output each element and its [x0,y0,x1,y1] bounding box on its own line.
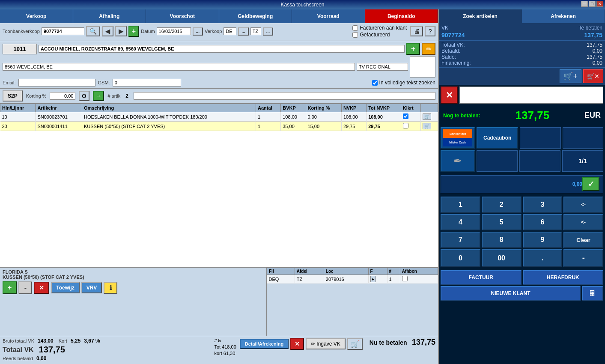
korting-input[interactable] [50,92,75,100]
help-button[interactable]: ? [425,26,435,36]
num-00[interactable]: 00 [482,249,522,267]
num-1[interactable]: 1 [441,197,480,213]
product-search-input[interactable] [134,92,435,100]
factuur-button[interactable]: FACTUUR [441,270,522,285]
num-dot[interactable]: . [523,249,563,267]
cart-add-button[interactable]: 🛒+ [560,69,581,83]
volledige-tekst-checkbox[interactable] [372,80,378,86]
verkoop-picker[interactable]: ... [238,27,248,36]
edit-customer-button[interactable]: ✏ [422,43,435,55]
korting-label: Korting % [26,93,47,98]
num-9[interactable]: 9 [523,232,563,248]
date-picker-button[interactable]: ... [193,27,203,36]
cart-delete-button[interactable]: 🛒✕ [583,69,603,83]
window-controls[interactable]: ─ □ ✕ [581,1,603,7]
gear-confirm-button[interactable]: → [93,91,104,101]
invoice-number-input[interactable] [42,27,84,35]
add-invoice-button[interactable]: + [128,26,139,37]
num-7[interactable]: 7 [441,232,480,248]
tab-zoek-artikelen[interactable]: Zoek artikelen [439,9,522,23]
info-button[interactable]: ℹ [104,282,117,294]
print-button[interactable]: 🖨 [410,26,423,36]
loc-col-loc: Loc [324,268,368,275]
totaal-vk-value: 137,75 [39,345,65,355]
cell-korting: 15,00 [306,122,341,131]
totaal-vk-detail-value: 137,75 [587,42,602,48]
factureren-checkbox[interactable] [352,25,358,31]
delete-item-button[interactable]: ✕ [34,282,49,294]
email-input[interactable] [18,79,95,87]
tab-afrekenen[interactable]: Afrekenen [522,9,605,23]
search-button[interactable]: 🔍 [86,26,100,36]
herafdruk-button[interactable]: HERAFDRUK [523,270,604,285]
cancel-x-button[interactable]: ✕ [290,338,304,350]
numpad-confirm-button[interactable]: ✓ [582,177,599,191]
num-3[interactable]: 3 [523,197,563,213]
table-row[interactable]: 10 SN000023701 HOESLAKEN BELLA DONNA 100… [0,112,438,122]
calculator-button[interactable]: 🖩 [582,286,603,301]
tab-geldbeweging[interactable]: Geldbeweging [219,9,292,23]
num-6[interactable]: 6 [523,214,563,230]
tz-picker[interactable]: ... [263,27,273,36]
add-customer-button[interactable]: + [406,43,420,55]
backspace-button-2[interactable]: <- [563,214,603,230]
close-button[interactable]: ✕ [596,1,603,7]
city-input[interactable] [3,63,355,71]
num-5[interactable]: 5 [482,214,522,230]
row-cart-button[interactable]: 🛒 [423,113,431,120]
location-row[interactable]: DEQ TZ 2079016 ▸ 1 [267,275,438,283]
cadeaubon-button[interactable]: Cadeaubon [477,127,518,149]
table-row[interactable]: 20 SN000001411 KUSSEN (50*50) (STOF CAT … [0,122,438,131]
prev-button[interactable]: ◀ [102,26,113,36]
gear-button[interactable]: ⚙ [79,91,89,101]
payment-placeholder-4 [519,150,560,172]
clear-button[interactable]: Clear [563,232,603,248]
backspace-button[interactable]: <- [563,197,603,213]
nieuwe-klant-button[interactable]: NIEUWE KLANT [441,286,581,301]
num-8[interactable]: 8 [482,232,522,248]
cart-icon-button[interactable]: 🛒 [347,338,363,350]
tab-voorschot[interactable]: Voorschot [146,9,219,23]
loc-col-afdel: Afdel [295,268,324,275]
verkoop-input[interactable] [224,27,236,35]
right-search-input[interactable] [459,87,603,104]
tab-verkoop[interactable]: Verkoop [0,9,73,23]
ingave-vk-button[interactable]: ✏ Ingave VK [306,338,345,349]
col-artikelnr: Artikelnr [36,104,82,112]
num-4[interactable]: 4 [441,214,480,230]
cell-klkrt [401,122,421,131]
gsm-input[interactable] [113,79,181,87]
right-cancel-button[interactable]: ✕ [441,87,458,104]
cell-cart[interactable]: 🛒 [421,112,438,122]
tab-afhaling[interactable]: Afhaling [73,9,146,23]
s2p-button[interactable]: S2P [3,90,23,101]
tv-input[interactable] [357,63,408,71]
row-cart-button[interactable]: 🛒 [423,123,431,129]
restore-button[interactable]: □ [589,1,596,7]
customer-address-input[interactable] [39,45,405,53]
bancontact-button[interactable]: Bancontact Mister Cash [441,127,475,149]
next-button[interactable]: ▶ [115,26,127,36]
date-input[interactable] [157,27,191,35]
cell-cart[interactable]: 🛒 [421,122,438,131]
subtract-item-button[interactable]: - [18,281,32,294]
tz-input[interactable] [250,27,261,35]
num-2[interactable]: 2 [482,197,522,213]
app-title: Kassa touchscreen [280,2,324,8]
loc-arrow[interactable]: ▸ [370,276,376,282]
num-0[interactable]: 0 [441,249,480,267]
pen-button[interactable]: ✒ [441,150,475,172]
add-item-button[interactable]: + [3,281,17,294]
tab-voorraad[interactable]: Voorraad [292,9,365,23]
cell-omschrijving: KUSSEN (50*50) (STOF CAT 2 YVES) [82,122,256,131]
tab-beginsaldo[interactable]: Beginsaldo [365,9,438,23]
vrv-button[interactable]: VRV [81,282,102,293]
loc-afhbon [400,275,438,283]
num-minus[interactable]: - [563,249,603,267]
minimize-button[interactable]: ─ [581,1,588,7]
gefactureerd-checkbox[interactable] [352,32,358,38]
toewijz-button[interactable]: Toewijz [51,282,79,293]
cell-hln: 10 [0,112,36,122]
detail-afrekening-button[interactable]: Detail/Afrekening [240,339,289,349]
vk-row: 9077724 137,75 [441,32,602,39]
